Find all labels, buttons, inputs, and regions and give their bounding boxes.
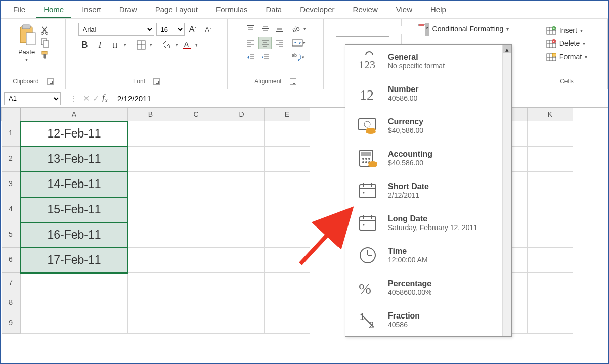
row-header[interactable]: 6 [2, 248, 21, 273]
underline-dropdown-icon[interactable]: ▾ [124, 42, 126, 48]
cell[interactable] [528, 313, 573, 334]
column-header[interactable]: K [528, 108, 573, 121]
column-header[interactable]: C [173, 108, 219, 121]
cell[interactable]: 17-Feb-11 [21, 248, 128, 273]
cell[interactable] [21, 293, 128, 313]
format-option-general[interactable]: 123GeneralNo specific format [345, 45, 511, 77]
cut-icon[interactable] [39, 25, 51, 36]
number-format-dropdown-icon[interactable]: ˅ [425, 23, 429, 36]
cell[interactable] [128, 248, 173, 273]
cell[interactable] [265, 273, 310, 293]
fill-color-dropdown-icon[interactable]: ▾ [176, 42, 178, 48]
cell[interactable] [265, 147, 310, 172]
cell[interactable] [128, 147, 173, 172]
cell[interactable] [173, 273, 219, 293]
format-option-currency[interactable]: Currency$40,586.00 [345, 110, 511, 142]
cell[interactable] [219, 313, 265, 334]
format-option-fraction[interactable]: 12Fraction40586 [345, 304, 511, 336]
cell[interactable] [173, 147, 219, 172]
font-launcher[interactable] [153, 78, 160, 85]
select-all-corner[interactable] [2, 108, 21, 121]
cell[interactable] [528, 147, 573, 172]
cell[interactable] [128, 197, 173, 222]
cell[interactable] [21, 313, 128, 334]
bold-button[interactable]: B [78, 39, 92, 51]
row-header[interactable]: 2 [2, 147, 21, 172]
align-top-icon[interactable] [244, 23, 257, 35]
cell[interactable]: 12-Feb-11 [21, 121, 128, 147]
tab-file[interactable]: File [6, 2, 32, 18]
insert-cells-button[interactable]: +Insert▾ [543, 25, 590, 36]
cell[interactable] [528, 172, 573, 197]
cell[interactable] [173, 222, 219, 248]
cell[interactable] [173, 121, 219, 147]
column-header[interactable]: A [21, 108, 128, 121]
cell[interactable] [128, 121, 173, 147]
tab-data[interactable]: Data [258, 2, 289, 18]
cell[interactable] [128, 172, 173, 197]
row-header[interactable]: 3 [2, 172, 21, 197]
align-right-icon[interactable] [273, 37, 286, 49]
cell[interactable] [21, 273, 128, 293]
column-header[interactable]: B [128, 108, 173, 121]
shrink-font-icon[interactable]: A˅ [202, 23, 215, 35]
increase-indent-icon[interactable] [258, 51, 272, 63]
column-header[interactable]: E [265, 108, 310, 121]
cell[interactable] [528, 248, 573, 273]
row-header[interactable]: 9 [2, 313, 21, 334]
cell[interactable] [528, 273, 573, 293]
column-header[interactable]: D [219, 108, 265, 121]
tab-insert[interactable]: Insert [75, 2, 108, 18]
format-cells-button[interactable]: Format▾ [543, 51, 590, 62]
tab-view[interactable]: View [389, 2, 419, 18]
cell[interactable] [265, 121, 310, 147]
number-format-input[interactable] [336, 26, 425, 34]
cell[interactable] [265, 293, 310, 313]
cell[interactable] [265, 222, 310, 248]
fill-color-button[interactable] [160, 39, 173, 51]
scroll-up-icon[interactable]: ▴ [503, 45, 511, 53]
delete-cells-button[interactable]: ×Delete▾ [543, 38, 590, 49]
cell[interactable] [173, 172, 219, 197]
alignment-launcher[interactable] [290, 78, 296, 85]
cell[interactable] [219, 172, 265, 197]
cell[interactable] [219, 197, 265, 222]
cell[interactable] [173, 197, 219, 222]
cell[interactable]: 14-Feb-11 [21, 172, 128, 197]
tab-page-layout[interactable]: Page Layout [148, 2, 205, 18]
format-option-number[interactable]: 12Number40586.00 [345, 77, 511, 110]
scrollbar[interactable]: ▴ [502, 45, 511, 336]
clipboard-launcher[interactable] [47, 78, 54, 85]
cell[interactable] [265, 313, 310, 334]
cell[interactable] [128, 222, 173, 248]
tab-review[interactable]: Review [346, 2, 385, 18]
italic-button[interactable]: I [94, 39, 107, 51]
cell[interactable] [173, 248, 219, 273]
tab-help[interactable]: Help [423, 2, 453, 18]
cell[interactable] [265, 172, 310, 197]
borders-dropdown-icon[interactable]: ▾ [150, 42, 152, 48]
format-option-accounting[interactable]: Accounting $40,586.00 [345, 142, 511, 174]
cell[interactable] [219, 248, 265, 273]
cell[interactable] [265, 248, 310, 273]
conditional-formatting-button[interactable]: Conditional Formatting ▾ [415, 23, 512, 35]
row-header[interactable]: 4 [2, 197, 21, 222]
align-middle-icon[interactable] [258, 23, 272, 35]
cell[interactable] [128, 313, 173, 334]
tab-developer[interactable]: Developer [293, 2, 341, 18]
grow-font-icon[interactable]: A˄ [187, 23, 200, 35]
format-option-time[interactable]: Time12:00:00 AM [345, 239, 511, 271]
cell[interactable]: 15-Feb-11 [21, 197, 128, 222]
cell[interactable] [128, 293, 173, 313]
format-option-long date[interactable]: Long DateSaturday, February 12, 2011 [345, 207, 511, 239]
row-header[interactable]: 7 [2, 273, 21, 293]
tab-home[interactable]: Home [36, 2, 71, 18]
cell[interactable] [219, 293, 265, 313]
row-header[interactable]: 1 [2, 121, 21, 147]
copy-icon[interactable] [39, 37, 51, 48]
merge-cells-icon[interactable]: ▾ [291, 37, 307, 49]
cell[interactable] [173, 293, 219, 313]
cell[interactable] [173, 313, 219, 334]
wrap-text-icon[interactable]: ab▾ [290, 51, 306, 63]
tab-draw[interactable]: Draw [112, 2, 144, 18]
